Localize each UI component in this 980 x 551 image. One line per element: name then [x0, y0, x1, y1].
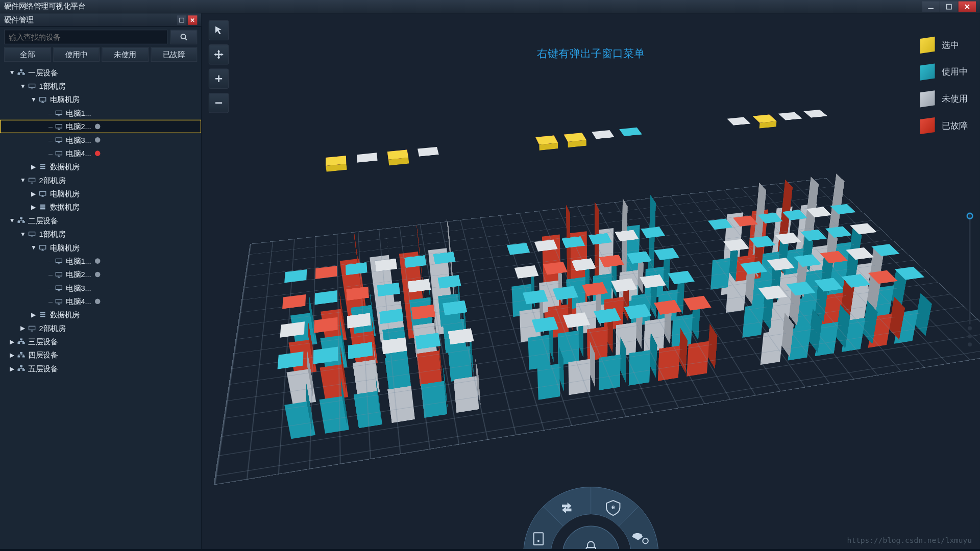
slider-stop — [968, 334, 972, 338]
chevron-right-icon[interactable]: ▶ — [8, 365, 16, 373]
cube-icon — [920, 65, 935, 80]
chevron-down-icon[interactable]: ▼ — [8, 68, 16, 77]
org-icon — [16, 338, 26, 346]
chevron-down-icon[interactable]: ▼ — [30, 95, 38, 104]
svg-rect-42 — [22, 369, 24, 371]
radial-dock[interactable]: e — [513, 473, 668, 549]
tree-row[interactable]: –电脑2... — [0, 120, 201, 133]
tree-row[interactable]: –电脑1... — [0, 254, 201, 267]
chevron-down-icon[interactable]: ▼ — [8, 217, 16, 225]
tree-row[interactable]: –电脑4... — [0, 146, 201, 160]
chevron-right-icon[interactable]: ▶ — [19, 324, 27, 333]
filter-all-button[interactable]: 全部 — [4, 47, 51, 62]
floor-grid — [213, 178, 980, 485]
tool-pan[interactable] — [209, 44, 229, 65]
tree-row[interactable]: ▼2部机房 — [0, 173, 201, 187]
window-maximize-button[interactable] — [940, 1, 958, 12]
tool-zoom-in[interactable] — [209, 68, 229, 89]
tree-row[interactable]: ▶四层设备 — [0, 348, 201, 362]
hint-text: 右键有弹出子窗口菜单 — [537, 47, 645, 61]
chevron-right-icon[interactable]: ▶ — [30, 190, 38, 198]
filter-unused-button[interactable]: 未使用 — [102, 47, 149, 62]
chevron-right-icon[interactable]: ▶ — [30, 311, 38, 319]
tree-row[interactable]: ▼二层设备 — [0, 214, 201, 227]
svg-rect-0 — [928, 8, 934, 9]
tree-label: 数据机房 — [50, 162, 80, 172]
pc-icon — [54, 257, 63, 265]
svg-rect-17 — [39, 191, 45, 195]
host-icon — [27, 177, 36, 184]
svg-rect-2 — [180, 18, 184, 22]
chevron-down-icon[interactable]: ▼ — [19, 230, 27, 238]
svg-rect-23 — [22, 221, 24, 223]
chevron-right-icon[interactable]: ▶ — [8, 338, 16, 346]
pc-icon — [54, 271, 63, 279]
chevron-right-icon[interactable]: ▶ — [30, 203, 38, 211]
host-icon — [38, 96, 47, 104]
tree-row[interactable]: ▼一层设备 — [0, 66, 201, 79]
tool-zoom-out[interactable] — [209, 93, 229, 113]
tree-row[interactable]: ▼电脑机房 — [0, 241, 201, 254]
tree-row[interactable]: –电脑2... — [0, 268, 201, 281]
filter-fault-button[interactable]: 已故障 — [151, 47, 198, 62]
svg-rect-36 — [22, 342, 24, 344]
svg-rect-12 — [56, 151, 62, 155]
tree-row[interactable]: –电脑3... — [0, 281, 201, 294]
svg-point-44 — [562, 526, 619, 549]
tree-label: 2部机房 — [39, 175, 65, 185]
device-tree[interactable]: ▼一层设备▼1部机房▼电脑机房–电脑1...–电脑2...–电脑3...–电脑4… — [0, 65, 201, 549]
tree-label: 电脑4... — [66, 148, 91, 159]
chevron-down-icon[interactable]: ▼ — [19, 176, 27, 184]
tree-row[interactable]: ▶电脑机房 — [0, 187, 201, 201]
svg-rect-37 — [19, 352, 22, 354]
tree-label: 电脑1... — [66, 108, 91, 118]
search-input[interactable] — [4, 30, 167, 44]
db-icon — [38, 311, 47, 319]
svg-rect-21 — [19, 217, 22, 219]
filter-inuse-button[interactable]: 使用中 — [53, 47, 100, 62]
tree-row[interactable]: –电脑3... — [0, 133, 201, 146]
svg-rect-38 — [17, 355, 20, 357]
tree-row[interactable]: ▼1部机房 — [0, 80, 201, 93]
search-button[interactable] — [170, 30, 198, 44]
tree-label: 1部机房 — [39, 229, 65, 239]
tree-row[interactable]: ▶数据机房 — [0, 160, 201, 173]
panel-close-button[interactable] — [188, 15, 197, 24]
app-title: 硬件网络管理可视化平台 — [4, 2, 86, 12]
tree-row[interactable]: –电脑4... — [0, 295, 201, 308]
tree-label: 一层设备 — [28, 68, 58, 78]
slider-knob[interactable] — [967, 213, 973, 219]
chevron-down-icon[interactable]: ▼ — [19, 82, 27, 90]
panel-minimize-button[interactable] — [177, 15, 186, 24]
tree-row[interactable]: ▶三层设备 — [0, 335, 201, 348]
tree-row[interactable]: ▶2部机房 — [0, 321, 201, 335]
window-minimize-button[interactable] — [922, 1, 939, 12]
svg-rect-14 — [40, 166, 45, 167]
tree-row[interactable]: ▶数据机房 — [0, 201, 201, 214]
svg-rect-24 — [29, 232, 35, 235]
chevron-down-icon[interactable]: ▼ — [30, 243, 38, 252]
tree-label: 电脑机房 — [50, 242, 80, 253]
pc-icon — [54, 136, 63, 144]
chevron-right-icon[interactable]: ▶ — [30, 163, 38, 171]
tree-row[interactable]: ▶五层设备 — [0, 362, 201, 375]
watermark: https://blog.csdn.net/lxmuyu — [847, 536, 972, 545]
tree-row[interactable]: ▼1部机房 — [0, 228, 201, 241]
viewport-3d[interactable]: 右键有弹出子窗口菜单 选中 使用中 未使用 已故障 — [202, 13, 980, 549]
legend-selected: 选中 — [920, 38, 968, 53]
tree-row[interactable]: ▶数据机房 — [0, 308, 201, 321]
tool-select[interactable] — [209, 20, 229, 41]
host-icon — [38, 244, 47, 252]
host-icon — [27, 324, 36, 332]
svg-rect-43 — [215, 102, 222, 104]
right-slider[interactable] — [965, 214, 974, 348]
chevron-right-icon[interactable]: ▶ — [8, 351, 16, 359]
window-close-button[interactable] — [959, 1, 976, 12]
tree-row[interactable]: ▼电脑机房 — [0, 93, 201, 106]
pc-icon — [54, 284, 63, 292]
svg-rect-29 — [56, 299, 62, 303]
panel-title: 硬件管理 — [4, 15, 34, 25]
db-icon — [38, 163, 47, 171]
org-icon — [16, 352, 26, 359]
tree-row[interactable]: –电脑1... — [0, 106, 201, 119]
